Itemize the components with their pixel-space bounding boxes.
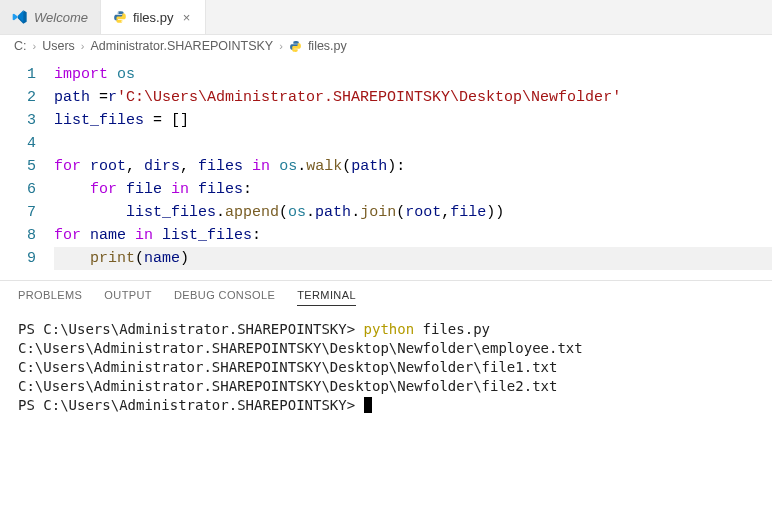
line-number: 1 [0, 63, 36, 86]
breadcrumb-segment[interactable]: C: [14, 39, 27, 53]
python-icon [113, 10, 127, 24]
panel-tab-problems[interactable]: PROBLEMS [18, 289, 82, 306]
panel-tab-bar: PROBLEMS OUTPUT DEBUG CONSOLE TERMINAL [0, 280, 772, 310]
line-number: 5 [0, 155, 36, 178]
panel-tab-output[interactable]: OUTPUT [104, 289, 152, 306]
chevron-right-icon: › [81, 40, 85, 52]
tab-bar: Welcome files.py × [0, 0, 772, 35]
code-editor[interactable]: 123456789 import ospath =r'C:\Users\Admi… [0, 57, 772, 280]
terminal-line: PS C:\Users\Administrator.SHAREPOINTSKY>… [18, 320, 754, 339]
breadcrumb-segment[interactable]: Administrator.SHAREPOINTSKY [91, 39, 274, 53]
line-number: 8 [0, 224, 36, 247]
code-line[interactable]: for file in files: [54, 178, 772, 201]
terminal-line: PS C:\Users\Administrator.SHAREPOINTSKY> [18, 396, 754, 415]
chevron-right-icon: › [279, 40, 283, 52]
line-number: 4 [0, 132, 36, 155]
chevron-right-icon: › [33, 40, 37, 52]
terminal-line: C:\Users\Administrator.SHAREPOINTSKY\Des… [18, 358, 754, 377]
line-number: 6 [0, 178, 36, 201]
breadcrumb[interactable]: C: › Users › Administrator.SHAREPOINTSKY… [0, 35, 772, 57]
tab-label: Welcome [34, 10, 88, 25]
breadcrumb-segment[interactable]: Users [42, 39, 75, 53]
code-line[interactable]: for name in list_files: [54, 224, 772, 247]
code-line[interactable]: list_files.append(os.path.join(root,file… [54, 201, 772, 224]
line-number: 9 [0, 247, 36, 270]
code-line[interactable]: list_files = [] [54, 109, 772, 132]
code-line[interactable]: print(name) [54, 247, 772, 270]
tab-label: files.py [133, 10, 173, 25]
line-number: 2 [0, 86, 36, 109]
terminal-cursor [364, 397, 372, 413]
code-area[interactable]: import ospath =r'C:\Users\Administrator.… [54, 63, 772, 270]
tab-files-py[interactable]: files.py × [101, 0, 206, 34]
terminal-line: C:\Users\Administrator.SHAREPOINTSKY\Des… [18, 377, 754, 396]
vscode-icon [12, 9, 28, 25]
terminal[interactable]: PS C:\Users\Administrator.SHAREPOINTSKY>… [0, 310, 772, 425]
code-line[interactable]: for root, dirs, files in os.walk(path): [54, 155, 772, 178]
code-line[interactable]: path =r'C:\Users\Administrator.SHAREPOIN… [54, 86, 772, 109]
code-line[interactable]: import os [54, 63, 772, 86]
line-gutter: 123456789 [0, 63, 54, 270]
close-icon[interactable]: × [179, 10, 193, 25]
tab-welcome[interactable]: Welcome [0, 0, 101, 34]
panel-tab-terminal[interactable]: TERMINAL [297, 289, 356, 306]
python-icon [289, 40, 302, 53]
line-number: 3 [0, 109, 36, 132]
panel-tab-debug-console[interactable]: DEBUG CONSOLE [174, 289, 275, 306]
breadcrumb-file[interactable]: files.py [308, 39, 347, 53]
code-line[interactable] [54, 132, 772, 155]
terminal-line: C:\Users\Administrator.SHAREPOINTSKY\Des… [18, 339, 754, 358]
line-number: 7 [0, 201, 36, 224]
